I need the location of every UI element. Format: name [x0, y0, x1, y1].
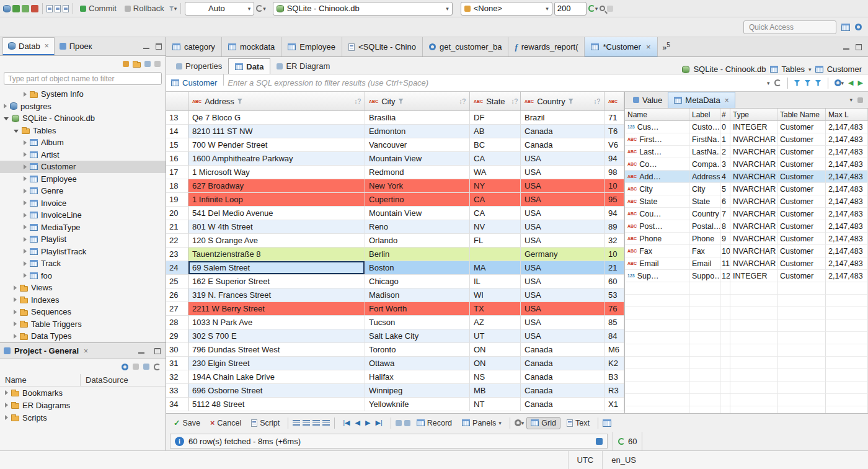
meta-table-cell[interactable]: Customer — [777, 270, 826, 282]
meta-label-cell[interactable]: City — [689, 183, 720, 195]
row-number[interactable]: 14 — [166, 125, 188, 138]
panels-button[interactable]: Panels ▾ — [458, 418, 505, 429]
forward-arrow-icon[interactable]: ▶ — [858, 79, 863, 87]
row-number[interactable]: 28 — [166, 316, 188, 329]
tab-metadata[interactable]: MetaData × — [668, 92, 735, 108]
grid-cell[interactable]: USA — [521, 316, 604, 329]
filter-history-icon[interactable]: ▾ — [767, 80, 770, 86]
sort-hint-icon[interactable]: ↕? — [593, 98, 600, 105]
grid-cell[interactable]: Edmonton — [365, 125, 470, 138]
dba-perspective-icon[interactable] — [855, 24, 862, 30]
close-icon[interactable]: × — [646, 42, 651, 51]
grid-cell[interactable]: 21 — [604, 261, 624, 275]
grid-cell[interactable]: B3 — [604, 370, 624, 384]
meta-label-cell[interactable]: State — [689, 195, 720, 208]
row-number[interactable]: 16 — [166, 152, 188, 166]
meta-name-cell[interactable]: 123Cus… — [625, 121, 689, 133]
fetch-size-input[interactable] — [554, 2, 587, 16]
tab-projects[interactable]: Проек — [55, 37, 97, 55]
subtab-properties[interactable]: Properties — [170, 58, 228, 74]
meta-table-cell[interactable]: Customer — [777, 195, 826, 208]
grid-cell[interactable]: 302 S 700 E — [188, 329, 365, 343]
meta-maxlength-cell[interactable]: 2,147,483 — [826, 121, 868, 133]
first-row-icon[interactable]: |◀ — [343, 419, 350, 427]
column-header-city[interactable]: ABCCity↕? — [365, 92, 470, 110]
schema-combo[interactable]: <None> ▾ — [461, 2, 552, 16]
meta-ordinal-cell[interactable]: 7 — [720, 208, 730, 220]
meta-maxlength-cell[interactable]: 2,147,483 — [826, 171, 868, 183]
editor-tab-employee[interactable]: Employee — [281, 37, 342, 56]
grid-cell[interactable]: WI — [470, 288, 521, 302]
close-icon[interactable]: × — [84, 347, 88, 355]
new-sql-editor-icon[interactable] — [63, 5, 69, 12]
meta-type-cell[interactable]: NVARCHAR — [730, 257, 777, 270]
expand-arrow-icon[interactable] — [24, 273, 27, 278]
minimize-icon[interactable] — [842, 43, 851, 51]
grid-cell[interactable]: Mountain View — [365, 207, 470, 220]
grid-cell[interactable]: USA — [521, 302, 604, 316]
metadata-row[interactable]: 123Cus…Custo…0INTEGERCustomer2,147,483 — [625, 121, 868, 133]
grid-cell[interactable]: NS — [470, 370, 521, 384]
grid-cell[interactable]: NV — [470, 220, 521, 234]
grid-cell[interactable]: USA — [521, 275, 604, 288]
meta-type-cell[interactable]: NVARCHAR — [730, 195, 777, 208]
tree-item-artist[interactable]: Artist — [0, 149, 166, 161]
collapse-all-icon[interactable] — [154, 61, 161, 67]
grid-cell[interactable]: 95 — [604, 193, 624, 207]
grid-cell[interactable]: 801 W 4th Street — [188, 220, 365, 234]
meta-label-cell[interactable]: Email — [689, 257, 720, 270]
grid-cell[interactable]: 1 Infinite Loop — [188, 193, 365, 207]
meta-ordinal-cell[interactable]: 8 — [720, 220, 730, 233]
tree-item-views[interactable]: Views — [0, 282, 166, 294]
column-header-name[interactable]: Name — [0, 374, 81, 386]
tree-item-indexes[interactable]: Indexes — [0, 294, 166, 306]
fetch-all-icon[interactable] — [404, 420, 410, 426]
autofit-columns-icon[interactable] — [293, 420, 300, 426]
grid-cell[interactable]: Halifax — [365, 370, 470, 384]
grid-cell[interactable]: Winnipeg — [365, 384, 470, 398]
expand-arrow-icon[interactable] — [14, 285, 17, 290]
grid-cell[interactable]: USA — [521, 207, 604, 220]
tree-item-invoiceline[interactable]: InvoiceLine — [0, 209, 166, 221]
row-number[interactable]: 29 — [166, 329, 188, 343]
row-number[interactable]: 21 — [166, 220, 188, 234]
grid-cell[interactable]: M6 — [604, 343, 624, 357]
grid-cell[interactable]: Boston — [365, 261, 470, 275]
record-button[interactable]: Record — [413, 418, 456, 429]
editor-tab-rewards-report[interactable]: frewards_report( — [508, 37, 585, 56]
row-number[interactable]: 23 — [166, 248, 188, 261]
row-number[interactable]: 15 — [166, 138, 188, 152]
grid-cell[interactable]: New York — [365, 179, 470, 193]
subtab-data[interactable]: Data — [228, 58, 270, 74]
meta-maxlength-cell[interactable]: 2,147,483 — [826, 133, 868, 146]
grid-corner[interactable] — [166, 92, 188, 110]
metadata-row[interactable]: ABCEmailEmail11NVARCHARCustomer2,147,483 — [625, 257, 868, 270]
meta-maxlength-cell[interactable]: 2,147,483 — [826, 257, 868, 270]
tree-item-album[interactable]: Album — [0, 136, 166, 149]
meta-name-cell[interactable]: ABCState — [625, 195, 689, 208]
grid-cell[interactable]: 1 Microsoft Way — [188, 166, 365, 179]
grid-cell[interactable]: 1033 N Park Ave — [188, 316, 365, 329]
expand-arrow-icon[interactable] — [24, 213, 27, 218]
grid-cell[interactable]: USA — [521, 193, 604, 207]
meta-table-cell[interactable]: Customer — [777, 133, 826, 146]
grid-cell[interactable]: USA — [521, 166, 604, 179]
column-header-country[interactable]: ABCCountry↕? — [521, 92, 604, 110]
grid-cell[interactable]: FL — [470, 234, 521, 248]
metadata-row[interactable]: ABCLast…LastNa…2NVARCHARCustomer2,147,48… — [625, 146, 868, 158]
datasource-combo[interactable]: SQLite - Chinook.db ▾ — [273, 2, 453, 16]
grid-cell[interactable]: BC — [470, 138, 521, 152]
grid-cell[interactable]: 98 — [604, 166, 624, 179]
meta-column-header-type[interactable]: Type — [730, 109, 777, 120]
grid-cell[interactable]: USA — [521, 179, 604, 193]
maximize-icon[interactable] — [153, 347, 162, 355]
grid-cell[interactable]: 5112 48 Street — [188, 398, 365, 411]
expand-arrow-icon[interactable] — [14, 310, 17, 315]
last-row-icon[interactable]: ▶| — [375, 419, 382, 427]
grid-cell[interactable]: MB — [470, 384, 521, 398]
subtab-er-diagram[interactable]: ER Diagram — [270, 58, 336, 74]
result-settings-icon[interactable]: ▾ — [515, 419, 525, 426]
script-button[interactable]: Script — [247, 418, 283, 429]
meta-column-header-name[interactable]: Name — [625, 109, 689, 120]
metadata-row[interactable]: ABCCou…Country7NVARCHARCustomer2,147,483 — [625, 208, 868, 220]
